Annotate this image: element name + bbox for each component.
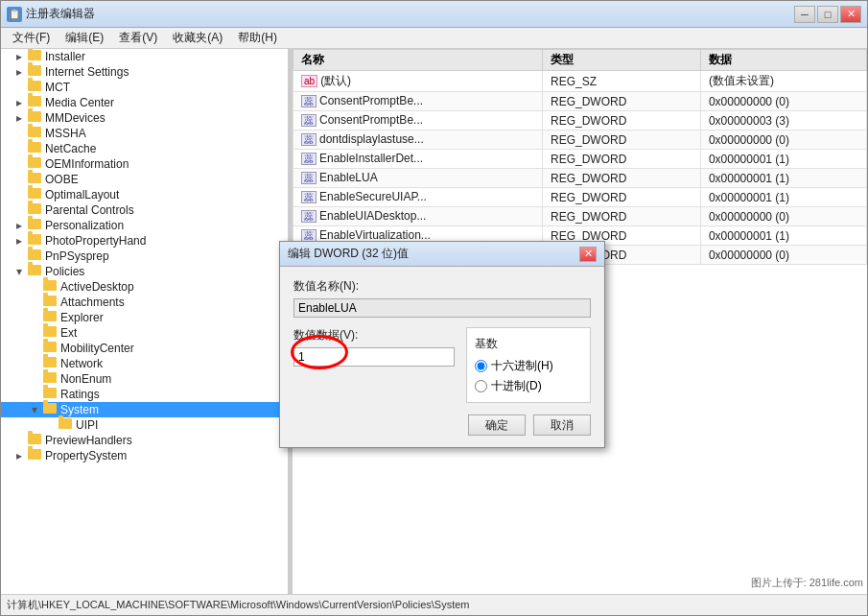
dialog-body: 数值名称(N): 数值数据(V): 基数 十六进制(H) — [280, 267, 604, 447]
radio-dec-text: 十进制(D) — [491, 378, 542, 394]
folder-icon — [43, 403, 59, 416]
tree-item-optimallayout[interactable]: OptimalLayout — [1, 187, 288, 202]
tree-item-oobe[interactable]: OOBE — [1, 172, 288, 187]
menu-file[interactable]: 文件(F) — [5, 28, 58, 48]
folder-icon — [28, 81, 43, 94]
table-row[interactable]: 蕊ConsentPromptBe... REG_DWORD 0x00000003… — [293, 111, 867, 130]
reg-type: REG_SZ — [542, 71, 700, 92]
reg-icon-dword: 蕊 — [301, 172, 317, 184]
tree-item-pnpsysprep[interactable]: PnPSysprep — [1, 249, 288, 264]
tree-item-uipi[interactable]: UIPI — [1, 417, 288, 433]
reg-type: REG_DWORD — [542, 169, 700, 188]
table-row[interactable]: 蕊ConsentPromptBe... REG_DWORD 0x00000000… — [293, 92, 867, 111]
col-data[interactable]: 数据 — [700, 50, 866, 71]
expand-arrow: ▸ — [16, 65, 28, 79]
tree-label: Parental Controls — [45, 203, 134, 217]
tree-item-photopropertyhand[interactable]: ▸ PhotoPropertyHand — [1, 233, 288, 249]
dialog-title-text: 编辑 DWORD (32 位)值 — [288, 246, 579, 262]
folder-icon — [28, 65, 43, 79]
reg-name: ab(默认) — [293, 71, 543, 92]
table-row[interactable]: ab(默认) REG_SZ (数值未设置) — [293, 71, 867, 92]
field-data-input[interactable] — [293, 347, 455, 367]
reg-name: 蕊EnableLUA — [293, 169, 543, 188]
reg-icon-dword: 蕊 — [301, 210, 317, 223]
tree-item-personalization[interactable]: ▸ Personalization — [1, 218, 288, 233]
tree-item-internet-settings[interactable]: ▸ Internet Settings — [1, 64, 288, 80]
radio-hex[interactable] — [475, 360, 487, 372]
reg-data: 0x00000000 (0) — [700, 92, 866, 111]
menu-favorites[interactable]: 收藏夹(A) — [165, 28, 230, 48]
table-row[interactable]: 蕊EnableSecureUIAP... REG_DWORD 0x0000000… — [293, 188, 867, 207]
folder-icon — [43, 280, 59, 294]
folder-icon — [28, 434, 43, 447]
tree-item-mmdevices[interactable]: ▸ MMDevices — [1, 110, 288, 126]
ok-button[interactable]: 确定 — [468, 415, 526, 436]
tree-label: Network — [60, 357, 103, 370]
tree-item-parental-controls[interactable]: Parental Controls — [1, 202, 288, 218]
field-name-label: 数值名称(N): — [293, 278, 591, 295]
tree-item-property-system[interactable]: ▸ PropertySystem — [1, 448, 288, 463]
reg-icon-dword: 蕊 — [301, 95, 317, 107]
tree-item-mssha[interactable]: MSSHA — [1, 126, 288, 141]
table-row[interactable]: 蕊EnableUIADesktop... REG_DWORD 0x0000000… — [293, 207, 867, 226]
expand-arrow: ▾ — [16, 265, 28, 278]
reg-type: REG_DWORD — [542, 150, 700, 169]
app-icon: 📋 — [7, 7, 22, 22]
tree-label: MMDevices — [45, 111, 106, 125]
folder-icon — [28, 173, 43, 186]
folder-icon — [28, 111, 43, 125]
tree-label: PreviewHandlers — [45, 434, 132, 447]
tree-label: Ext — [60, 326, 77, 340]
reg-data: 0x00000000 (0) — [700, 130, 866, 150]
expand-arrow: ▸ — [16, 111, 28, 125]
tree-item-system[interactable]: ▾ System — [1, 402, 288, 417]
table-row[interactable]: 蕊dontdisplaylastuse... REG_DWORD 0x00000… — [293, 130, 867, 150]
tree-label: Explorer — [60, 311, 104, 324]
expand-arrow: ▾ — [32, 403, 43, 416]
tree-label: System — [60, 403, 99, 416]
dialog-close-button[interactable]: ✕ — [579, 247, 597, 262]
tree-item-media-center[interactable]: ▸ Media Center — [1, 95, 288, 110]
menu-edit[interactable]: 编辑(E) — [58, 28, 111, 48]
title-bar: 📋 注册表编辑器 ─ □ ✕ — [1, 1, 867, 28]
folder-icon — [43, 388, 59, 401]
reg-data: 0x00000000 (0) — [700, 207, 866, 226]
field-name-input[interactable] — [293, 298, 591, 318]
folder-icon — [28, 234, 43, 248]
tree-item-oem-information[interactable]: OEMInformation — [1, 156, 288, 172]
tree-label: Installer — [45, 50, 85, 63]
tree-item-preview-handlers[interactable]: PreviewHandlers — [1, 433, 288, 448]
folder-icon — [28, 96, 43, 109]
folder-icon — [28, 203, 43, 217]
cancel-button[interactable]: 取消 — [533, 415, 591, 436]
folder-icon — [43, 372, 59, 386]
tree-label: ActiveDesktop — [60, 280, 134, 294]
radio-dec[interactable] — [475, 380, 487, 392]
menu-view[interactable]: 查看(V) — [111, 28, 165, 48]
base-label: 基数 — [475, 336, 582, 352]
table-row[interactable]: 蕊EnableInstallerDet... REG_DWORD 0x00000… — [293, 150, 867, 169]
tree-item-installer[interactable]: ▸ Installer — [1, 49, 288, 64]
table-row[interactable]: 蕊EnableLUA REG_DWORD 0x00000001 (1) — [293, 169, 867, 188]
col-name[interactable]: 名称 — [293, 50, 543, 71]
col-type[interactable]: 类型 — [542, 50, 700, 71]
tree-label: Attachments — [60, 296, 125, 309]
radio-hex-label[interactable]: 十六进制(H) — [475, 358, 582, 374]
tree-item-netcache[interactable]: NetCache — [1, 141, 288, 156]
reg-name: 蕊EnableInstallerDet... — [293, 150, 543, 169]
reg-icon-dword: 蕊 — [301, 153, 317, 165]
maximize-button[interactable]: □ — [817, 6, 838, 23]
tree-panel[interactable]: ▸ Installer ▸ Internet Settings — [1, 49, 289, 594]
reg-name: 蕊dontdisplaylastuse... — [293, 130, 543, 150]
status-bar: 计算机\HKEY_LOCAL_MACHINE\SOFTWARE\Microsof… — [1, 594, 867, 615]
reg-type: REG_DWORD — [542, 188, 700, 207]
reg-icon-dword: 蕊 — [301, 133, 317, 146]
tree-item-mct[interactable]: MCT — [1, 80, 288, 95]
reg-icon-ab: ab — [301, 75, 317, 87]
menu-help[interactable]: 帮助(H) — [230, 28, 285, 48]
minimize-button[interactable]: ─ — [794, 6, 815, 23]
close-button[interactable]: ✕ — [840, 6, 861, 23]
radio-dec-label[interactable]: 十进制(D) — [475, 378, 582, 394]
registry-table: 名称 类型 数据 ab(默认) REG_SZ (数值未设置) 蕊ConsentP… — [293, 49, 867, 265]
status-path: 计算机\HKEY_LOCAL_MACHINE\SOFTWARE\Microsof… — [7, 598, 470, 612]
